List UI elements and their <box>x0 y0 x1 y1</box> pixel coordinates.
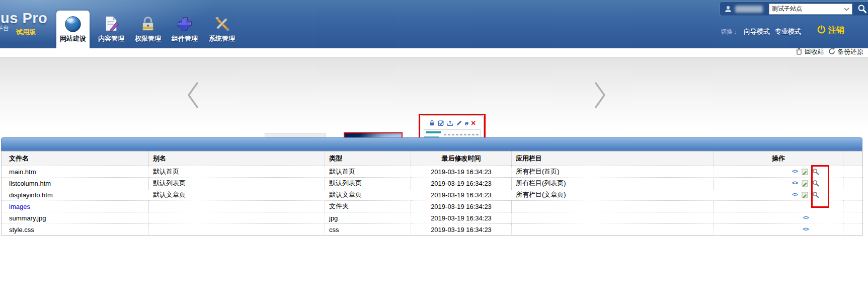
cell-modified: 2019-03-19 16:34:23 <box>411 166 512 178</box>
cell-column: 所有栏目(列表页) <box>512 178 714 189</box>
cell-alias <box>149 212 325 224</box>
trial-badge: 试用版 <box>16 28 36 37</box>
recycle-bin-button[interactable]: 回收站 <box>796 47 824 56</box>
check-icon[interactable] <box>438 120 444 126</box>
col-modified: 最后修改时间 <box>411 151 512 166</box>
refresh-icon <box>828 48 835 56</box>
col-type: 类型 <box>325 151 411 166</box>
import-icon[interactable] <box>447 120 453 126</box>
cell-type: 默认文章页 <box>325 189 411 201</box>
cell-filename: main.htm <box>2 166 149 178</box>
code-icon[interactable]: <> <box>792 180 798 186</box>
cell-modified: 2019-03-19 16:34:23 <box>411 212 512 224</box>
cell-filename-link[interactable]: images <box>2 201 149 212</box>
backup-restore-label: 备份还原 <box>837 47 863 56</box>
tab-label: 系统管理 <box>205 34 239 43</box>
mode-switch-prefix: 切换： <box>721 28 739 36</box>
cell-alias: 默认文章页 <box>149 189 325 201</box>
cell-type: css <box>325 224 411 236</box>
globe-icon <box>63 14 83 33</box>
user-icon <box>724 5 732 13</box>
cell-column <box>512 212 714 224</box>
col-operations: 操作 <box>714 151 843 166</box>
table-row: main.htm 默认首页 默认首页 2019-03-19 16:34:23 所… <box>2 166 863 178</box>
tab-site-building[interactable]: 网站建设 <box>56 11 90 48</box>
cell-alias <box>149 224 325 236</box>
code-icon[interactable]: <> <box>803 226 808 233</box>
cell-alias <box>149 201 325 212</box>
document-icon <box>102 14 121 33</box>
code-icon[interactable]: <> <box>803 215 808 221</box>
logout-button[interactable]: 注销 <box>817 25 844 36</box>
code-icon[interactable]: <> <box>792 169 798 175</box>
preview-icon[interactable]: e <box>465 120 468 126</box>
cell-modified: 2019-03-19 16:34:23 <box>411 178 512 189</box>
table-row: summary.jpg jpg 2019-03-19 16:34:23 <> <box>2 212 863 224</box>
tools-icon <box>212 14 231 33</box>
tab-component-management[interactable]: 组件管理 <box>168 11 201 48</box>
cell-modified: 2019-03-19 16:34:23 <box>411 224 512 236</box>
col-alias: 别名 <box>149 151 325 166</box>
cell-alias: 默认首页 <box>149 166 325 178</box>
edit-icon[interactable] <box>802 192 808 198</box>
carousel-prev-icon[interactable] <box>185 81 200 111</box>
search-icon[interactable] <box>857 4 867 14</box>
tab-system-management[interactable]: 系统管理 <box>205 11 239 48</box>
cell-modified: 2019-03-19 16:34:23 <box>411 189 512 201</box>
code-icon[interactable]: <> <box>792 192 798 198</box>
app-root: us Pro 平台 试用版 网站建设 <box>0 0 868 306</box>
cell-alias: 默认列表页 <box>149 178 325 189</box>
cell-column: 所有栏目(文章页) <box>512 189 714 201</box>
tab-label: 网站建设 <box>56 34 90 43</box>
cell-filename: style.css <box>2 224 149 236</box>
wizard-mode-link[interactable]: 向导模式 <box>744 27 770 36</box>
table-row: displayinfo.htm 默认文章页 默认文章页 2019-03-19 1… <box>2 189 863 201</box>
power-icon <box>817 25 826 36</box>
files-panel-header <box>1 137 862 151</box>
padlock-icon <box>138 14 157 33</box>
table-row: style.css css 2019-03-19 16:34:23 <> <box>2 224 863 236</box>
cell-column: 所有栏目(首页) <box>512 166 714 178</box>
col-column: 应用栏目 <box>512 151 714 166</box>
edit-icon[interactable] <box>802 169 808 175</box>
col-extra <box>843 151 863 166</box>
cell-type: jpg <box>325 212 411 224</box>
mode-switch: 切换： 向导模式 专业模式 <box>721 27 801 36</box>
backup-restore-button[interactable]: 备份还原 <box>828 47 863 56</box>
trash-icon <box>796 48 803 56</box>
cell-filename: summary.jpg <box>2 212 149 224</box>
tab-label: 权限管理 <box>131 34 165 43</box>
app-logo-subtitle: 平台 <box>0 24 9 33</box>
template-carousel: 创建新模板 [默]主页1004 <box>0 57 868 135</box>
user-bar: 测试子站点 <box>720 2 868 16</box>
table-header-row: 文件名 别名 类型 最后修改时间 应用栏目 操作 <box>2 151 863 166</box>
tab-content-management[interactable]: 内容管理 <box>95 11 128 48</box>
edit-icon[interactable] <box>802 180 808 187</box>
cell-modified: 2019-03-19 16:34:23 <box>411 201 512 212</box>
site-select-value: 测试子站点 <box>772 5 802 13</box>
tab-label: 内容管理 <box>95 34 128 43</box>
tab-label: 组件管理 <box>168 34 201 43</box>
cell-column <box>512 224 714 236</box>
component-icon <box>175 14 194 33</box>
table-row: images 文件夹 2019-03-19 16:34:23 <box>2 201 863 212</box>
operations-highlight-box <box>811 165 829 208</box>
pro-mode-link[interactable]: 专业模式 <box>775 27 801 36</box>
cell-type: 默认首页 <box>325 166 411 178</box>
site-select[interactable]: 测试子站点 <box>769 4 852 15</box>
recycle-bin-label: 回收站 <box>805 47 824 56</box>
top-header: us Pro 平台 试用版 网站建设 <box>0 0 868 48</box>
files-table: 文件名 别名 类型 最后修改时间 应用栏目 操作 main.htm 默认首页 默… <box>1 151 863 236</box>
chevron-down-icon <box>844 6 849 13</box>
logout-label: 注销 <box>828 25 844 36</box>
edit-pen-icon[interactable] <box>456 120 462 126</box>
cell-type: 文件夹 <box>325 201 411 212</box>
cell-filename: listcolumn.htm <box>2 178 149 189</box>
tab-permission-management[interactable]: 权限管理 <box>131 11 165 48</box>
template-actions: e × <box>421 119 483 127</box>
delete-icon[interactable]: × <box>471 120 476 126</box>
cell-filename: displayinfo.htm <box>2 189 149 201</box>
username-redacted <box>735 6 763 13</box>
lock-icon[interactable] <box>429 120 435 126</box>
carousel-next-icon[interactable] <box>593 81 608 111</box>
